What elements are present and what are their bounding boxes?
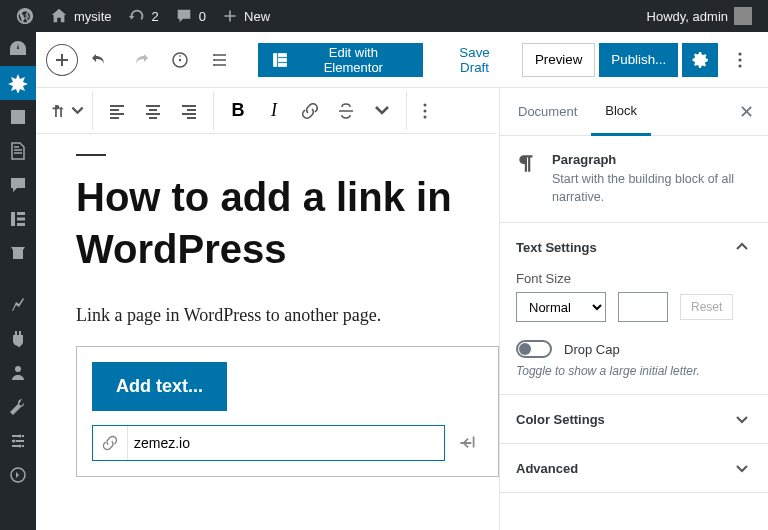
sidebar-item-elementor[interactable] [0,202,36,236]
site-home-link[interactable]: mysite [42,0,120,32]
sidebar-item-settings[interactable] [0,424,36,458]
svg-point-4 [15,366,21,372]
link-url-input[interactable] [127,426,444,460]
howdy-text: Howdy, admin [647,9,728,24]
sidebar-item-plugins[interactable] [0,322,36,356]
wp-logo[interactable] [8,0,42,32]
link-icon [93,434,127,452]
svg-point-13 [213,64,215,66]
close-sidebar-button[interactable]: ✕ [728,101,764,123]
avatar [734,7,752,25]
sidebar-item-dashboard[interactable] [0,32,36,66]
sidebar-item-comments[interactable] [0,168,36,202]
tab-block[interactable]: Block [591,88,651,136]
sidebar-item-posts[interactable] [0,66,36,100]
italic-button[interactable]: I [256,93,292,129]
sidebar-collapse[interactable] [0,458,36,492]
paragraph-block[interactable]: Link a page in WordPress to another page… [76,305,499,326]
font-size-label: Font Size [516,271,752,286]
svg-point-21 [424,103,427,106]
updates-link[interactable]: 2 [120,0,167,32]
svg-point-12 [213,59,215,61]
more-formatting-button[interactable] [364,93,400,129]
panel-color-settings[interactable]: Color Settings [500,395,768,443]
align-left-button[interactable] [99,93,135,129]
editor-topbar: Edit with Elementor Save Draft Preview P… [36,32,768,88]
svg-point-7 [19,445,22,448]
publish-button[interactable]: Publish... [599,43,678,77]
link-popup [92,425,483,461]
separator [76,154,106,156]
sidebar-item-pages[interactable] [0,134,36,168]
svg-rect-14 [274,53,277,66]
svg-point-18 [738,52,741,55]
block-type-switcher[interactable] [50,93,86,129]
align-center-button[interactable] [135,93,171,129]
drop-cap-label: Drop Cap [564,342,620,357]
update-icon [128,7,146,25]
paragraph-icon [516,152,538,206]
font-size-select[interactable]: Normal [516,292,606,322]
bold-button[interactable]: B [220,93,256,129]
link-submit-button[interactable] [451,427,483,459]
chevron-down-icon [732,409,752,429]
block-toolbar: B I [36,88,496,134]
sidebar-item-templates[interactable] [0,236,36,270]
strikethrough-button[interactable] [328,93,364,129]
link-button[interactable] [292,93,328,129]
comments-link[interactable]: 0 [167,0,214,32]
svg-point-11 [213,54,215,56]
svg-rect-1 [17,212,25,215]
content-structure-button[interactable] [162,42,198,78]
edit-with-elementor-button[interactable]: Edit with Elementor [258,43,424,77]
new-label: New [244,9,270,24]
block-type-desc: Start with the building block of all nar… [552,171,752,206]
selected-block[interactable]: Add text... [76,346,499,477]
svg-point-23 [424,115,427,118]
block-more-button[interactable] [407,93,443,129]
font-size-number[interactable] [618,292,668,322]
more-menu-button[interactable] [722,42,758,78]
save-draft-button[interactable]: Save Draft [431,43,518,77]
account-menu[interactable]: Howdy, admin [639,0,760,32]
svg-rect-3 [17,223,25,226]
panel-advanced[interactable]: Advanced [500,444,768,492]
post-title[interactable]: How to add a link in WordPress [76,171,499,275]
sidebar-item-media[interactable] [0,100,36,134]
svg-point-6 [13,440,16,443]
undo-button[interactable] [82,42,118,78]
admin-sidebar [0,32,36,530]
tab-document[interactable]: Document [504,88,591,136]
elementor-icon [272,51,290,69]
block-navigation-button[interactable] [202,42,238,78]
plus-icon [222,8,238,24]
font-size-reset-button[interactable]: Reset [680,294,733,320]
add-block-button[interactable] [46,44,78,76]
align-right-button[interactable] [171,93,207,129]
sidebar-item-users[interactable] [0,356,36,390]
svg-rect-17 [279,63,287,66]
sidebar-item-appearance[interactable] [0,288,36,322]
svg-rect-15 [279,53,287,56]
svg-point-20 [738,64,741,67]
panel-text-settings[interactable]: Text Settings [500,223,768,271]
svg-rect-0 [11,212,15,226]
add-text-button[interactable]: Add text... [92,362,227,411]
svg-point-19 [738,58,741,61]
site-name: mysite [74,9,112,24]
new-content-link[interactable]: New [214,0,278,32]
update-count: 2 [152,9,159,24]
chevron-up-icon [732,237,752,257]
drop-cap-toggle[interactable] [516,340,552,358]
block-type-title: Paragraph [552,152,752,167]
drop-cap-help: Toggle to show a large initial letter. [516,364,752,378]
svg-point-22 [424,109,427,112]
preview-button[interactable]: Preview [522,43,595,77]
elementor-label: Edit with Elementor [297,45,409,75]
svg-point-5 [19,435,22,438]
redo-button[interactable] [122,42,158,78]
settings-toggle-button[interactable] [682,43,718,77]
svg-point-10 [178,58,180,60]
sidebar-item-tools[interactable] [0,390,36,424]
svg-rect-2 [17,218,25,221]
